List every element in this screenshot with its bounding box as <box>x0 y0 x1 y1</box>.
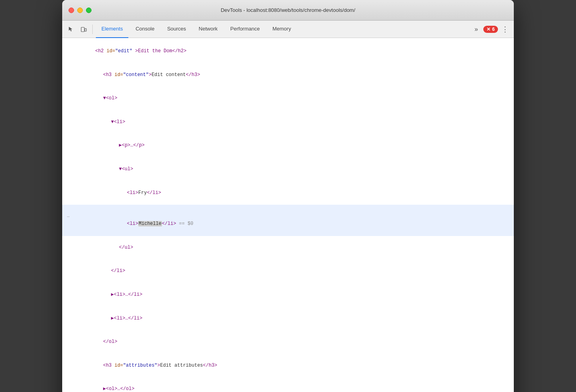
minimize-button[interactable] <box>77 8 83 13</box>
window-title: DevTools - localhost:8080/web/tools/chro… <box>221 7 355 13</box>
dom-line-highlighted[interactable]: … <li>Michelle</li> == $0 <box>62 205 514 236</box>
dom-line[interactable]: </ol> <box>62 330 514 354</box>
titlebar: DevTools - localhost:8080/web/tools/chro… <box>62 0 514 21</box>
svg-rect-0 <box>81 27 84 32</box>
dom-line[interactable]: </li> <box>62 259 514 283</box>
dom-line[interactable]: ▶<p>…</p> <box>62 134 514 158</box>
highlighted-text: Michelle <box>138 221 162 226</box>
more-menu-button[interactable]: ⋮ <box>500 24 511 35</box>
dom-line[interactable]: ▼<ol> <box>62 87 514 110</box>
dom-line[interactable]: ▶<ol>…</ol> <box>62 377 514 392</box>
dom-line[interactable]: <li>Fry</li> <box>62 181 514 205</box>
dom-line[interactable]: ▼<ul> <box>62 158 514 181</box>
dom-line[interactable]: ▼<li> <box>62 110 514 134</box>
tab-network[interactable]: Network <box>193 21 223 38</box>
tab-sources[interactable]: Sources <box>162 21 192 38</box>
dots-indicator: … <box>67 213 70 220</box>
maximize-button[interactable] <box>86 8 92 13</box>
devtools-toolbar: Elements Console Sources Network Perform… <box>62 21 514 38</box>
cursor-icon <box>68 26 74 32</box>
dom-line[interactable]: <h2 id="edit" >Edit the Dom</h2> <box>62 40 514 63</box>
dom-line[interactable]: ▶<li>…</li> <box>62 283 514 307</box>
dom-line[interactable]: <h3 id="attributes">Edit attributes</h3> <box>62 354 514 378</box>
error-badge[interactable]: ✕ 6 <box>483 26 498 33</box>
dom-line[interactable]: </ul> <box>62 236 514 260</box>
tag-content: <h3 id="content"> <box>103 72 151 78</box>
more-tabs-button[interactable]: » <box>471 24 482 35</box>
dom-line[interactable]: ▶<li>…</li> <box>62 306 514 330</box>
close-button[interactable] <box>69 8 74 13</box>
devtools-window: DevTools - localhost:8080/web/tools/chro… <box>62 0 514 392</box>
device-icon <box>80 26 87 32</box>
tab-elements[interactable]: Elements <box>96 21 128 38</box>
toolbar-divider-1 <box>92 25 93 34</box>
tab-console[interactable]: Console <box>130 21 160 38</box>
tab-memory[interactable]: Memory <box>267 21 297 38</box>
tag-content: <h2 id="edit" >Edit the Dom</h2> <box>95 48 186 54</box>
traffic-lights <box>69 8 92 13</box>
dom-line[interactable]: <h3 id="content">Edit content</h3> <box>62 63 514 87</box>
svg-rect-1 <box>85 29 86 31</box>
dom-panel: <h2 id="edit" >Edit the Dom</h2> <h3 id=… <box>62 38 514 392</box>
error-icon: ✕ <box>486 27 490 32</box>
inspect-element-button[interactable] <box>65 24 76 35</box>
device-toggle-button[interactable] <box>78 24 89 35</box>
tab-performance[interactable]: Performance <box>225 21 265 38</box>
